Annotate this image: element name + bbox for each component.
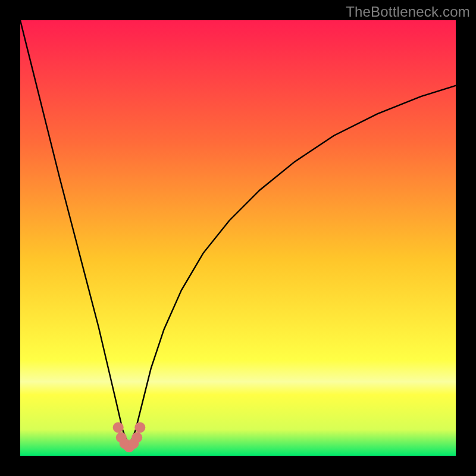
marker-dot: [113, 422, 124, 433]
plot-area: [20, 20, 456, 456]
watermark-text: TheBottleneck.com: [346, 4, 470, 20]
marker-dot: [134, 422, 145, 433]
marker-dot: [131, 432, 142, 443]
chart-svg: [20, 20, 456, 456]
gradient-background: [20, 20, 456, 456]
chart-frame: TheBottleneck.com: [0, 0, 476, 476]
